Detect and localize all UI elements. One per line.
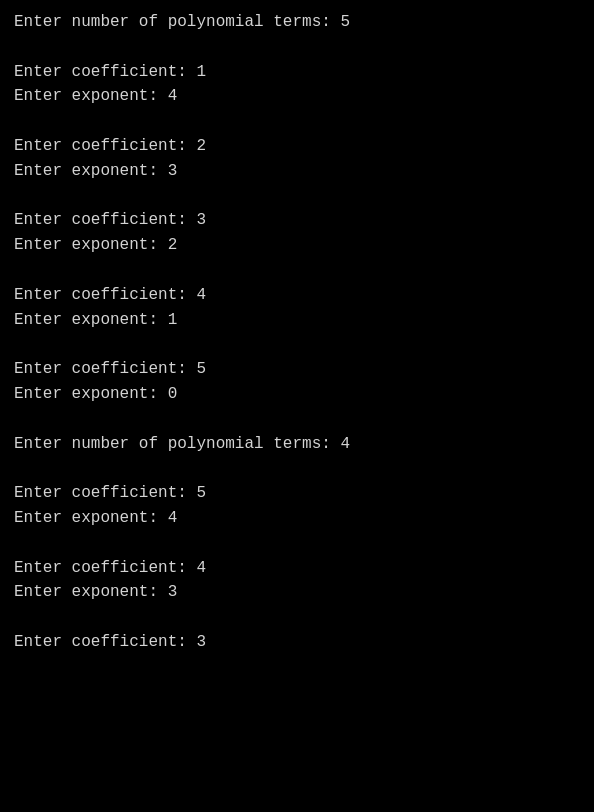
terminal-line: Enter coefficient: 4 <box>14 556 580 581</box>
terminal-line: Enter exponent: 4 <box>14 506 580 531</box>
terminal-line: Enter number of polynomial terms: 4 <box>14 432 580 457</box>
terminal-line: Enter exponent: 2 <box>14 233 580 258</box>
blank-line <box>14 109 580 134</box>
terminal-line: Enter coefficient: 5 <box>14 481 580 506</box>
terminal-output: Enter number of polynomial terms: 5Enter… <box>14 10 580 655</box>
terminal-line: Enter exponent: 1 <box>14 308 580 333</box>
terminal-line: Enter number of polynomial terms: 5 <box>14 10 580 35</box>
blank-line <box>14 258 580 283</box>
blank-line <box>14 531 580 556</box>
terminal-line: Enter coefficient: 1 <box>14 60 580 85</box>
terminal-line: Enter exponent: 4 <box>14 84 580 109</box>
terminal-line: Enter coefficient: 5 <box>14 357 580 382</box>
terminal-line: Enter exponent: 3 <box>14 580 580 605</box>
terminal-line: Enter coefficient: 3 <box>14 208 580 233</box>
terminal-line: Enter coefficient: 2 <box>14 134 580 159</box>
blank-line <box>14 35 580 60</box>
terminal-line: Enter exponent: 3 <box>14 159 580 184</box>
blank-line <box>14 407 580 432</box>
blank-line <box>14 605 580 630</box>
terminal-line: Enter coefficient: 3 <box>14 630 580 655</box>
blank-line <box>14 332 580 357</box>
terminal-line: Enter coefficient: 4 <box>14 283 580 308</box>
terminal-line: Enter exponent: 0 <box>14 382 580 407</box>
blank-line <box>14 184 580 209</box>
blank-line <box>14 456 580 481</box>
